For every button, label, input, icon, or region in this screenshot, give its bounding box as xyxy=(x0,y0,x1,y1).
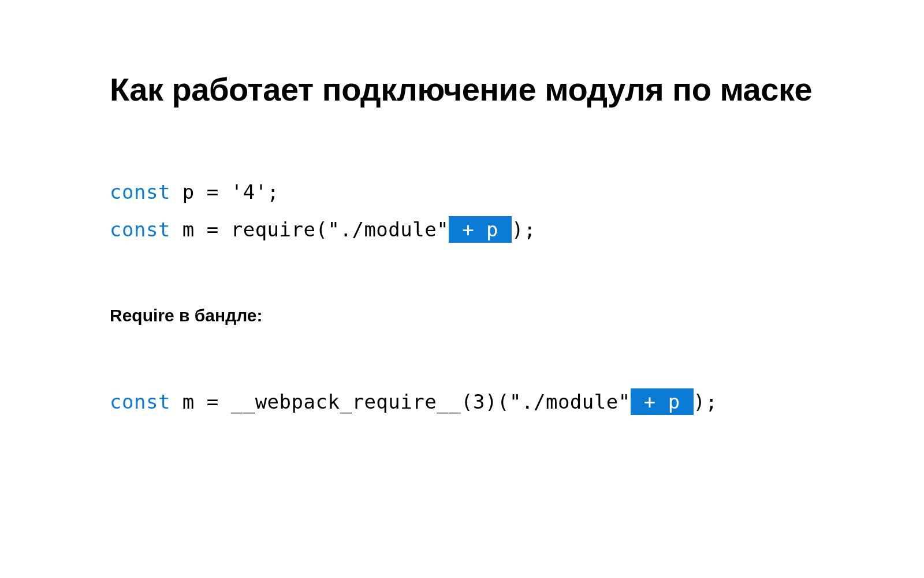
slide-title: Как работает подключение модуля по маске xyxy=(110,69,814,110)
subheading: Require в бандле: xyxy=(110,306,814,325)
code-block-source: const p = '4'; const m = require("./modu… xyxy=(110,173,814,248)
code-keyword: const xyxy=(110,390,170,413)
code-keyword: const xyxy=(110,180,170,203)
code-text: ); xyxy=(512,218,536,241)
code-block-bundle: const m = __webpack_require__(3)("./modu… xyxy=(110,383,814,421)
code-line: const m = require("./module" + p ); xyxy=(110,211,814,249)
code-keyword: const xyxy=(110,218,170,241)
code-highlight: + p xyxy=(631,388,694,415)
code-line: const m = __webpack_require__(3)("./modu… xyxy=(110,383,814,421)
code-text: p = '4'; xyxy=(170,180,280,203)
code-text: m = require("./module" xyxy=(170,218,449,241)
code-text: ); xyxy=(694,390,718,413)
code-highlight: + p xyxy=(449,216,512,243)
code-line: const p = '4'; xyxy=(110,173,814,211)
code-text: m = __webpack_require__(3)("./module" xyxy=(170,390,631,413)
